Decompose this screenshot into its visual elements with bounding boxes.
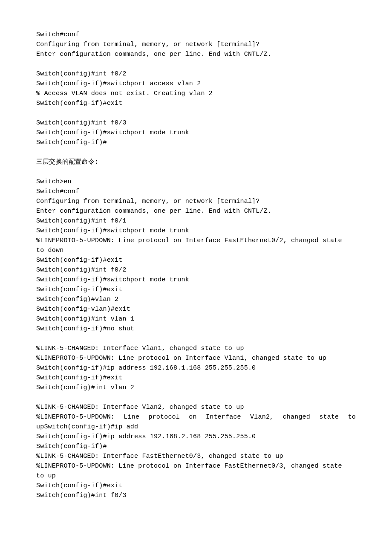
terminal-line: %LINK-5-CHANGED: Interface Vlan1, change… <box>36 344 356 353</box>
terminal-line: %LINEPROTO-5-UPDOWN: Line protocol on In… <box>36 412 356 422</box>
terminal-line: Switch#conf <box>36 30 356 40</box>
blank-line <box>36 147 356 157</box>
terminal-line: Switch(config-if)#ip address 192.168.1.1… <box>36 363 356 373</box>
terminal-line: Switch(config-if)#exit <box>36 255 356 265</box>
terminal-line: Switch(config-if)# <box>36 138 356 147</box>
terminal-line: Enter configuration commands, one per li… <box>36 49 356 59</box>
blank-line <box>36 167 356 177</box>
terminal-line: Switch(config-vlan)#exit <box>36 304 356 314</box>
terminal-line: Switch(config-if)#switchport mode trunk <box>36 226 356 236</box>
terminal-line: Switch(config)#int f0/3 <box>36 118 356 128</box>
terminal-line: Switch(config)#int f0/1 <box>36 216 356 226</box>
terminal-line: Switch(config-if)#ip address 192.168.2.1… <box>36 432 356 442</box>
blank-line <box>36 334 356 344</box>
document-page: Switch#confConfiguring from terminal, me… <box>0 0 392 526</box>
terminal-line: Switch(config-if)#exit <box>36 285 356 295</box>
terminal-line: Switch>en <box>36 177 356 187</box>
terminal-line: Switch(config-if)#switchport access vlan… <box>36 79 356 89</box>
terminal-line: Switch(config-if)#switchport mode trunk <box>36 275 356 285</box>
terminal-line: Configuring from terminal, memory, or ne… <box>36 40 356 49</box>
terminal-line: 三层交换的配置命令: <box>36 157 356 167</box>
terminal-line: Switch#conf <box>36 187 356 197</box>
terminal-line: Switch(config)#int vlan 1 <box>36 314 356 324</box>
terminal-line: Switch(config)#int vlan 2 <box>36 383 356 393</box>
terminal-line: % Access VLAN does not exist. Creating v… <box>36 89 356 98</box>
terminal-line: Switch(config)#int f0/2 <box>36 265 356 275</box>
terminal-line: Switch(config)#int f0/3 <box>36 491 356 500</box>
terminal-line: Switch(config)#int f0/2 <box>36 69 356 79</box>
terminal-line: to up <box>36 471 356 481</box>
blank-line <box>36 393 356 402</box>
terminal-line: %LINK-5-CHANGED: Interface Vlan2, change… <box>36 402 356 412</box>
terminal-line: %LINEPROTO-5-UPDOWN: Line protocol on In… <box>36 236 356 246</box>
terminal-line: Configuring from terminal, memory, or ne… <box>36 197 356 206</box>
terminal-line: Switch(config-if)#exit <box>36 98 356 108</box>
terminal-line: %LINEPROTO-5-UPDOWN: Line protocol on In… <box>36 461 356 471</box>
terminal-line: to down <box>36 246 356 255</box>
terminal-line: Switch(config-if)# <box>36 442 356 451</box>
terminal-line: Switch(config-if)#exit <box>36 373 356 383</box>
terminal-line: %LINEPROTO-5-UPDOWN: Line protocol on In… <box>36 353 356 363</box>
terminal-line: Switch(config-if)#exit <box>36 481 356 491</box>
terminal-line: %LINK-5-CHANGED: Interface FastEthernet0… <box>36 451 356 461</box>
terminal-line: Switch(config-if)#no shut <box>36 324 356 334</box>
terminal-line: Switch(config-if)#switchport mode trunk <box>36 128 356 138</box>
terminal-line: Switch(config)#vlan 2 <box>36 295 356 304</box>
terminal-line: upSwitch(config-if)#ip add <box>36 422 356 432</box>
blank-line <box>36 108 356 118</box>
terminal-line: Enter configuration commands, one per li… <box>36 206 356 216</box>
blank-line <box>36 59 356 69</box>
